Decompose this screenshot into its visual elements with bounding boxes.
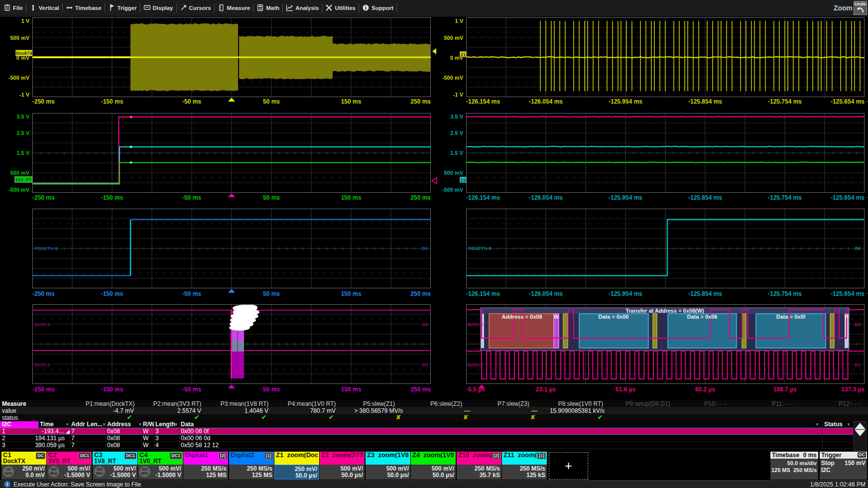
svg-text:Data = 0x00: Data = 0x00 [599, 314, 629, 320]
svg-text:Data = 0x0f: Data = 0x0f [776, 314, 806, 320]
svg-text:D8: D8 [422, 245, 428, 251]
svg-text:Transfer at Address = 0x08(W): Transfer at Address = 0x08(W) [625, 308, 704, 314]
svg-text:D8: D8 [855, 245, 861, 251]
svg-text:P: P [845, 314, 848, 320]
svg-text:D1: D1 [422, 362, 428, 367]
svg-text:Data = 0x06: Data = 0x06 [687, 314, 718, 320]
svg-text:DATA 0: DATA 0 [468, 322, 483, 327]
svg-text:W: W [554, 314, 559, 320]
svg-text:D0: D0 [422, 322, 428, 327]
svg-text:DATA 1: DATA 1 [468, 362, 483, 367]
svg-text:RESETN 8: RESETN 8 [468, 245, 491, 251]
svg-text:Address = 0x08: Address = 0x08 [501, 314, 542, 320]
svg-text:DATA 1: DATA 1 [34, 362, 50, 367]
svg-text:DATA 0: DATA 0 [34, 322, 50, 327]
svg-text:RESETN 8: RESETN 8 [34, 245, 57, 251]
